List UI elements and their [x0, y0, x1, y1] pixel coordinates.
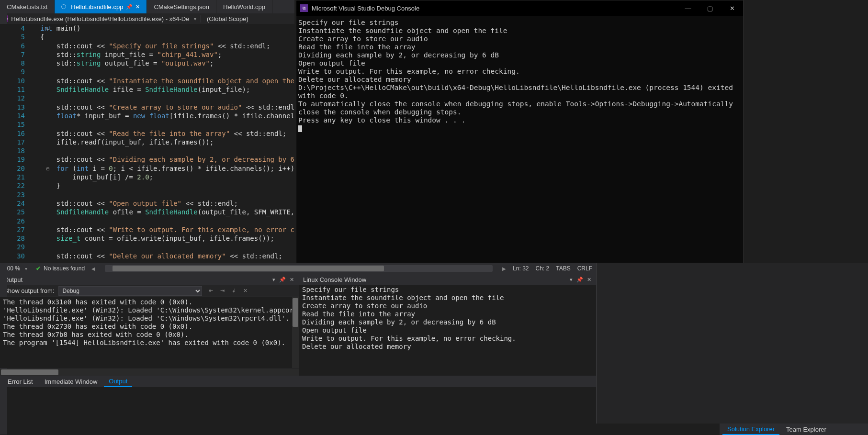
debug-console-title: Microsoft Visual Studio Debug Console — [312, 5, 419, 12]
dropdown-icon[interactable]: ▾ — [271, 277, 276, 283]
output-body[interactable]: The thread 0x31e0 has exited with code 0… — [0, 297, 299, 368]
clear-icon[interactable]: ✕ — [240, 286, 251, 296]
panel-tab[interactable]: Output — [104, 376, 132, 387]
panel-tab[interactable]: Team Explorer — [781, 424, 831, 435]
scope-function[interactable]: (Global Scope) — [201, 15, 254, 22]
debug-console-window: ⧉ Microsoft Visual Studio Debug Console … — [296, 0, 744, 263]
vertical-scrollbar[interactable] — [292, 297, 299, 368]
indent-icon[interactable]: ⇤ — [206, 286, 216, 296]
word-wrap-icon[interactable]: ↲ — [229, 286, 239, 296]
output-panel: Output ▾ 📌 ✕ Show output from: Debug ⇤ ⇥… — [0, 274, 299, 376]
close-icon[interactable]: ✕ — [135, 4, 140, 10]
dropdown-icon[interactable]: ▾ — [569, 277, 574, 283]
scroll-left-icon[interactable]: ◀ — [91, 266, 95, 271]
caret-line: Ln: 32 — [513, 265, 529, 272]
close-button[interactable]: ✕ — [721, 0, 743, 16]
check-icon: ✔ — [36, 265, 41, 272]
editor-tabs: CMakeLists.txtHelloLibsndfile.cpp📌✕CMake… — [0, 0, 294, 13]
panel-tab[interactable]: Immediate Window — [40, 377, 102, 387]
debug-console-titlebar[interactable]: ⧉ Microsoft Visual Studio Debug Console … — [296, 0, 743, 16]
panel-tab[interactable]: Error List — [3, 377, 38, 387]
chevron-down-icon: ▾ — [192, 16, 198, 22]
pin-icon[interactable]: 📌 — [278, 277, 287, 283]
maximize-button[interactable]: ▢ — [699, 0, 721, 16]
output-toolbar: Show output from: Debug ⇤ ⇥ ↲ ✕ — [0, 285, 299, 297]
scope-bar: ++ HelloLibsndfile.exe (HelloLibsndfile\… — [0, 13, 294, 24]
bottom-panels: Output ▾ 📌 ✕ Show output from: Debug ⇤ ⇥… — [0, 274, 596, 376]
pin-icon[interactable]: 📌 — [575, 277, 584, 283]
editor-tab[interactable]: HelloLibsndfile.cpp📌✕ — [55, 0, 147, 13]
line-ending: CRLF — [577, 265, 592, 272]
scope-target[interactable]: ++ HelloLibsndfile.exe (HelloLibsndfile\… — [0, 15, 201, 22]
pin-icon[interactable]: 📌 — [126, 4, 133, 10]
fold-column[interactable]: ⊟ ⊟ — [46, 24, 49, 173]
side-panel-area — [596, 263, 868, 424]
editor-tab[interactable]: CMakeSettings.json — [147, 0, 216, 13]
panel-tab[interactable]: Solution Explorer — [722, 424, 779, 435]
linux-title: Linux Console Window ▾ 📌 ✕ — [299, 274, 596, 285]
close-icon[interactable]: ✕ — [289, 277, 295, 283]
horizontal-scrollbar[interactable] — [105, 265, 493, 272]
zoom-level[interactable]: 100 % ▾ — [4, 265, 29, 272]
bottom-tabs-right: Solution ExplorerTeam Explorer — [720, 424, 868, 435]
debug-console-body[interactable]: Specify our file stringsInstantiate the … — [296, 16, 743, 263]
horizontal-scrollbar[interactable] — [0, 369, 299, 376]
linux-body[interactable]: Specify our file stringsInstantiate the … — [299, 285, 596, 376]
indent-mode: TABS — [556, 265, 570, 272]
output-from-label: Show output from: — [4, 287, 55, 294]
vs-app-icon: ⧉ — [300, 4, 308, 12]
editor-status-bar: 100 % ▾ ✔ No issues found ◀ ▶ Ln: 32 Ch:… — [0, 263, 596, 274]
minimize-button[interactable]: — — [677, 0, 699, 16]
outdent-icon[interactable]: ⇥ — [217, 286, 228, 296]
chevron-down-icon: ▾ — [23, 266, 29, 271]
line-number-gutter: 4567891011121314151617181920212223242526… — [0, 24, 40, 263]
caret-col: Ch: 2 — [536, 265, 550, 272]
output-source-select[interactable]: Debug — [58, 286, 202, 296]
linux-console-panel: Linux Console Window ▾ 📌 ✕ Specify our f… — [299, 274, 596, 376]
bottom-tabs-left: Error ListImmediate WindowOutput — [0, 376, 596, 387]
code-editor[interactable]: 4567891011121314151617181920212223242526… — [0, 24, 294, 263]
output-toolbar-icons: ⇤ ⇥ ↲ ✕ — [206, 286, 251, 296]
close-icon[interactable]: ✕ — [586, 277, 592, 283]
output-panel-title: Output ▾ 📌 ✕ — [0, 274, 299, 285]
editor-tab[interactable]: CMakeLists.txt — [0, 0, 55, 13]
editor-tab[interactable]: HelloWorld.cpp — [216, 0, 272, 13]
code-body[interactable]: int main(){ std::cout << "Specify our fi… — [40, 24, 294, 263]
scope-target-text: HelloLibsndfile.exe (HelloLibsndfile\Hel… — [11, 15, 189, 22]
issues-indicator[interactable]: ✔ No issues found — [36, 265, 85, 272]
scroll-right-icon[interactable]: ▶ — [502, 266, 506, 271]
